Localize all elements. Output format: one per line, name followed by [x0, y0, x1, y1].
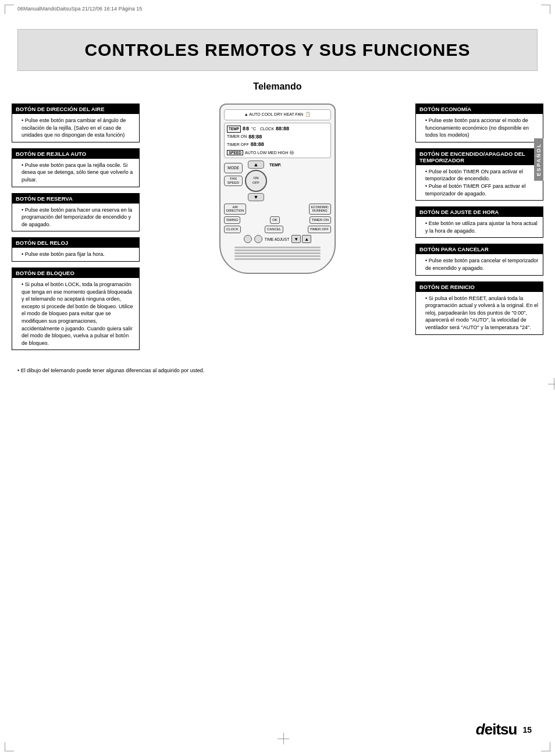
- section-content-cancelar: Pulse este botón para cancelar el tempor…: [416, 254, 543, 274]
- temp-down-button[interactable]: ▼: [248, 193, 264, 201]
- economic-running-button[interactable]: ECONOMICRUNNING: [309, 204, 331, 215]
- fan-speed-button[interactable]: FANSPEED: [224, 176, 243, 186]
- swing-ok-timeron-row: SWING OK TIMER ON: [224, 216, 331, 224]
- cancel-button[interactable]: CANCEL: [265, 226, 283, 233]
- corner-mark-br: [541, 742, 550, 751]
- temp-label-text: TEMP.: [269, 163, 282, 167]
- time-adjust-label: TIME ADJUST: [265, 237, 289, 241]
- grip-line-2: [234, 249, 320, 251]
- section-title-ajuste: BOTÓN DE AJUSTE DE HORA: [416, 207, 543, 217]
- section-boton-reserva: BOTÓN DE RESERVA Pulse este botón para h…: [12, 193, 140, 232]
- temp-display-label: TEMP: [227, 126, 241, 133]
- right-crosshair: [548, 378, 555, 390]
- footer-brand: deitsu 15: [476, 721, 532, 739]
- section-boton-direccion: BOTÓN DE DIRECCIÓN DEL AIRE Pulse este b…: [12, 104, 140, 142]
- swing-button[interactable]: SWING: [224, 216, 240, 224]
- speed-label: SPEED: [227, 150, 243, 155]
- speed-row: SPEED AUTO LOW MED HIGH Ⓜ: [227, 150, 328, 156]
- remote-control: ▲ AUTO COOL DRY HEAT FAN 📋 TEMP 88 °C CL…: [219, 104, 336, 274]
- clock-button[interactable]: CLOCK: [224, 226, 241, 233]
- grip-line-5: [234, 258, 320, 260]
- circle-button-1[interactable]: [244, 235, 252, 243]
- section-content-reloj: Pulse este botón para fijar la hora.: [12, 248, 139, 261]
- temp-label-area: TEMP.: [269, 161, 282, 167]
- center-dial: ▲ ON OFF ▼: [245, 161, 267, 201]
- speed-icon: Ⓜ: [290, 150, 294, 156]
- center-panel: ▲ AUTO COOL DRY HEAT FAN 📋 TEMP 88 °C CL…: [140, 104, 415, 356]
- section-content-encendido: Pulse el botón TIMER ON para activar el …: [416, 165, 543, 200]
- section-boton-ajuste: BOTÓN DE AJUSTE DE HORA Este botón se ut…: [415, 206, 543, 238]
- timer-off-button[interactable]: TIMER OFF: [308, 226, 331, 233]
- brand-logo: deitsu: [476, 721, 517, 739]
- display-row-temp: TEMP 88 °C CLOCK 88:88: [227, 125, 328, 133]
- on-text: ON: [254, 176, 259, 181]
- mode-row: ▲ AUTO COOL DRY HEAT FAN 📋: [227, 112, 328, 117]
- page-subtitle: Telemando: [0, 81, 555, 92]
- temp-digit-display: 88: [243, 125, 250, 133]
- circle-button-2[interactable]: [254, 235, 262, 243]
- left-panel: BOTÓN DE DIRECCIÓN DEL AIRE Pulse este b…: [12, 104, 140, 356]
- section-content-ajuste: Este botón se utiliza para ajustar la ho…: [416, 217, 543, 237]
- section-boton-bloqueo: BOTÓN DE BLOQUEO Si pulsa el botón LOCK,…: [12, 268, 140, 350]
- display-row-timeroff: TIMER OFF 88:88: [227, 141, 328, 149]
- page-title: CONTROLES REMOTOS Y SUS FUNCIONES: [17, 29, 538, 71]
- dial-arrows: ▼ ▲: [291, 235, 311, 243]
- modes-text: ▲ AUTO COOL DRY HEAT FAN: [244, 112, 303, 116]
- time-adjust-down[interactable]: ▼: [291, 235, 301, 243]
- section-boton-reinicio: BOTÓN DE REINICIO Si pulsa el botón RESE…: [415, 281, 543, 335]
- celsius-symbol: °C: [251, 126, 256, 133]
- footer-note: • El dibujo del telemando puede tener al…: [17, 368, 538, 373]
- remote-grip-lines: [234, 247, 320, 260]
- air-eco-row: AIRDIRECTION ECONOMICRUNNING: [224, 204, 331, 215]
- section-title-reloj: BOTÓN DEL RELOJ: [12, 238, 139, 248]
- section-title-cancelar: BOTÓN PARA CANCELAR: [416, 244, 543, 254]
- section-boton-rejilla: BOTÓN DE REJILLA AUTO Pulse este botón p…: [12, 148, 140, 187]
- bottom-crosshair: [278, 733, 289, 744]
- section-boton-reloj: BOTÓN DEL RELOJ Pulse este botón para fi…: [12, 237, 140, 262]
- section-title-bloqueo: BOTÓN DE BLOQUEO: [12, 268, 139, 278]
- ok-button[interactable]: OK: [270, 216, 280, 224]
- section-title-economia: BOTÓN ECONOMÍA: [416, 104, 543, 114]
- air-direction-button[interactable]: AIRDIRECTION: [224, 204, 246, 215]
- corner-mark-tr: [541, 5, 550, 14]
- grip-line-3: [234, 252, 320, 254]
- time-adjust-up[interactable]: ▲: [302, 235, 311, 243]
- section-title-reserva: BOTÓN DE RESERVA: [12, 194, 139, 204]
- timer-on-display-value: 88:88: [248, 133, 262, 141]
- mode-button[interactable]: MODE: [224, 163, 243, 173]
- off-text: OFF: [252, 181, 259, 186]
- section-title-encendido: BOTÓN DE ENCENDIDO/APAGADO DEL TEMPORIZA…: [416, 149, 543, 165]
- remote-main-controls: MODE FANSPEED ▲ ON OFF ▼ TEMP.: [224, 161, 331, 201]
- section-content-bloqueo: Si pulsa el botón LOCK, toda la programa…: [12, 278, 139, 350]
- content-area: BOTÓN DE DIRECCIÓN DEL AIRE Pulse este b…: [12, 104, 543, 356]
- clock-cancel-timeroff-row: CLOCK CANCEL TIMER OFF: [224, 226, 331, 233]
- left-buttons: MODE FANSPEED: [224, 163, 243, 186]
- page-header: 06ManualMandoDaitsuSpa 21/12/06 16:14 Pá…: [17, 6, 142, 12]
- right-panel: BOTÓN ECONOMÍA Pulse este botón para acc…: [415, 104, 543, 356]
- display-row-timeron: TIMER ON 88:88: [227, 133, 328, 141]
- on-off-dial[interactable]: ON OFF: [245, 170, 267, 192]
- section-content-reserva: Pulse este botón para hacer una reserva …: [12, 204, 139, 231]
- timer-on-button[interactable]: TIMER ON: [309, 216, 331, 224]
- clock-value: 88:88: [276, 125, 289, 133]
- section-content-rejilla: Pulse este botón para que la rejilla osc…: [12, 159, 139, 187]
- economy-icon: 📋: [305, 112, 311, 117]
- section-title-direccion: BOTÓN DE DIRECCIÓN DEL AIRE: [12, 104, 139, 114]
- section-content-reinicio: Si pulsa el botón RESET, anulará toda la…: [416, 292, 543, 334]
- temp-up-button[interactable]: ▲: [248, 161, 264, 169]
- section-boton-economia: BOTÓN ECONOMÍA Pulse este botón para acc…: [415, 104, 543, 142]
- remote-modes-bar: ▲ AUTO COOL DRY HEAT FAN 📋: [224, 109, 331, 120]
- page-number: 15: [522, 725, 532, 734]
- section-content-direccion: Pulse este botón para cambiar el ángulo …: [12, 114, 139, 142]
- corner-mark-tl: [5, 5, 14, 14]
- section-title-rejilla: BOTÓN DE REJILLA AUTO: [12, 149, 139, 159]
- section-title-reinicio: BOTÓN DE REINICIO: [416, 282, 543, 292]
- brand-d-letter: d: [476, 721, 485, 738]
- section-content-economia: Pulse este botón para accionar el modo d…: [416, 114, 543, 142]
- grip-line-1: [234, 247, 320, 248]
- spanish-tab: ESPAÑOL: [534, 138, 543, 181]
- clock-label: CLOCK: [260, 126, 274, 133]
- speed-modes-text: AUTO LOW MED HIGH: [245, 151, 288, 155]
- time-adjust-row: TIME ADJUST ▼ ▲: [224, 235, 331, 243]
- timer-on-display-label: TIMER ON: [227, 134, 247, 140]
